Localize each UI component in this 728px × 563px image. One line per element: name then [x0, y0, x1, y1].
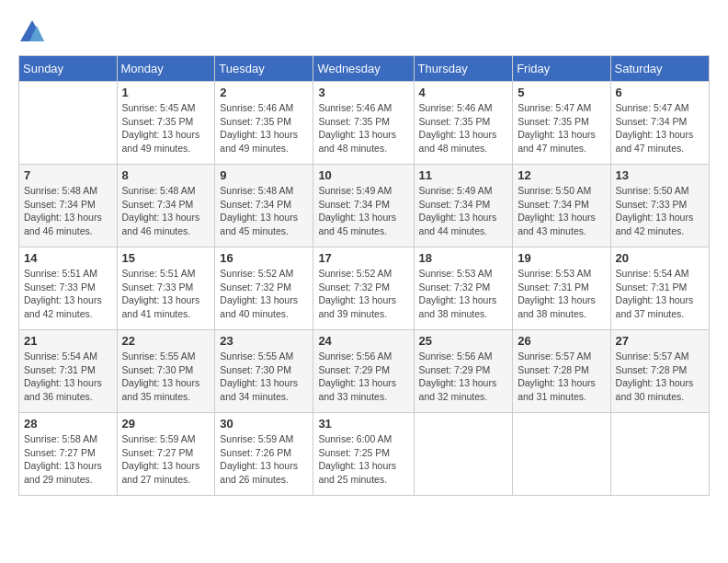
- page-header: [18, 18, 710, 46]
- column-header-thursday: Thursday: [414, 56, 513, 82]
- calendar-cell: 12Sunrise: 5:50 AM Sunset: 7:34 PM Dayli…: [513, 165, 610, 247]
- calendar-cell: 19Sunrise: 5:53 AM Sunset: 7:31 PM Dayli…: [513, 247, 610, 330]
- day-info: Sunrise: 5:49 AM Sunset: 7:34 PM Dayligh…: [419, 184, 508, 238]
- calendar-cell: 26Sunrise: 5:57 AM Sunset: 7:28 PM Dayli…: [513, 330, 610, 413]
- day-number: 1: [122, 86, 210, 99]
- day-info: Sunrise: 6:00 AM Sunset: 7:25 PM Dayligh…: [318, 432, 408, 487]
- calendar-cell: 8Sunrise: 5:48 AM Sunset: 7:34 PM Daylig…: [117, 165, 215, 247]
- calendar-cell: 29Sunrise: 5:59 AM Sunset: 7:27 PM Dayli…: [117, 413, 215, 496]
- calendar-week-row: 14Sunrise: 5:51 AM Sunset: 7:33 PM Dayli…: [19, 247, 710, 330]
- calendar-cell: 11Sunrise: 5:49 AM Sunset: 7:34 PM Dayli…: [414, 165, 513, 247]
- day-number: 10: [318, 168, 408, 182]
- calendar-cell: 1Sunrise: 5:45 AM Sunset: 7:35 PM Daylig…: [117, 82, 215, 165]
- calendar-cell: [513, 413, 610, 496]
- calendar-cell: 20Sunrise: 5:54 AM Sunset: 7:31 PM Dayli…: [610, 247, 709, 330]
- calendar-table: SundayMondayTuesdayWednesdayThursdayFrid…: [18, 55, 710, 496]
- calendar-cell: [19, 82, 118, 165]
- day-number: 11: [419, 168, 508, 182]
- day-number: 19: [518, 251, 605, 265]
- day-number: 14: [24, 251, 112, 265]
- day-info: Sunrise: 5:50 AM Sunset: 7:34 PM Dayligh…: [518, 184, 605, 238]
- day-info: Sunrise: 5:58 AM Sunset: 7:27 PM Dayligh…: [24, 432, 112, 487]
- calendar-cell: 30Sunrise: 5:59 AM Sunset: 7:26 PM Dayli…: [215, 413, 313, 496]
- calendar-week-row: 21Sunrise: 5:54 AM Sunset: 7:31 PM Dayli…: [19, 330, 710, 413]
- calendar-cell: 25Sunrise: 5:56 AM Sunset: 7:29 PM Dayli…: [414, 330, 513, 413]
- calendar-cell: [414, 413, 513, 496]
- day-number: 12: [518, 168, 605, 182]
- day-number: 30: [220, 417, 308, 431]
- day-number: 9: [220, 168, 308, 182]
- calendar-cell: 24Sunrise: 5:56 AM Sunset: 7:29 PM Dayli…: [313, 330, 414, 413]
- day-number: 5: [518, 86, 605, 99]
- column-header-saturday: Saturday: [610, 56, 709, 82]
- day-info: Sunrise: 5:55 AM Sunset: 7:30 PM Dayligh…: [122, 350, 210, 404]
- column-header-sunday: Sunday: [19, 56, 118, 82]
- day-number: 2: [220, 86, 308, 99]
- day-number: 15: [122, 251, 210, 265]
- calendar-cell: [610, 413, 709, 496]
- day-info: Sunrise: 5:52 AM Sunset: 7:32 PM Dayligh…: [220, 267, 308, 321]
- day-number: 3: [318, 86, 408, 99]
- day-info: Sunrise: 5:59 AM Sunset: 7:27 PM Dayligh…: [122, 432, 210, 487]
- day-info: Sunrise: 5:56 AM Sunset: 7:29 PM Dayligh…: [419, 350, 508, 404]
- day-number: 24: [318, 334, 408, 348]
- day-number: 13: [616, 168, 704, 182]
- day-number: 4: [419, 86, 508, 99]
- calendar-cell: 27Sunrise: 5:57 AM Sunset: 7:28 PM Dayli…: [610, 330, 709, 413]
- day-number: 21: [24, 334, 112, 348]
- day-info: Sunrise: 5:47 AM Sunset: 7:34 PM Dayligh…: [616, 101, 704, 155]
- calendar-cell: 13Sunrise: 5:50 AM Sunset: 7:33 PM Dayli…: [610, 165, 709, 247]
- day-info: Sunrise: 5:48 AM Sunset: 7:34 PM Dayligh…: [122, 184, 210, 238]
- calendar-cell: 2Sunrise: 5:46 AM Sunset: 7:35 PM Daylig…: [215, 82, 313, 165]
- day-info: Sunrise: 5:57 AM Sunset: 7:28 PM Dayligh…: [518, 350, 605, 404]
- calendar-cell: 21Sunrise: 5:54 AM Sunset: 7:31 PM Dayli…: [19, 330, 118, 413]
- column-header-monday: Monday: [117, 56, 215, 82]
- day-info: Sunrise: 5:57 AM Sunset: 7:28 PM Dayligh…: [616, 350, 704, 404]
- day-info: Sunrise: 5:59 AM Sunset: 7:26 PM Dayligh…: [220, 432, 308, 487]
- calendar-cell: 5Sunrise: 5:47 AM Sunset: 7:35 PM Daylig…: [513, 82, 610, 165]
- day-info: Sunrise: 5:48 AM Sunset: 7:34 PM Dayligh…: [24, 184, 112, 238]
- calendar-cell: 18Sunrise: 5:53 AM Sunset: 7:32 PM Dayli…: [414, 247, 513, 330]
- column-header-friday: Friday: [513, 56, 610, 82]
- calendar-cell: 4Sunrise: 5:46 AM Sunset: 7:35 PM Daylig…: [414, 82, 513, 165]
- calendar-week-row: 28Sunrise: 5:58 AM Sunset: 7:27 PM Dayli…: [19, 413, 710, 496]
- day-info: Sunrise: 5:46 AM Sunset: 7:35 PM Dayligh…: [419, 101, 508, 155]
- day-number: 25: [419, 334, 508, 348]
- calendar-cell: 14Sunrise: 5:51 AM Sunset: 7:33 PM Dayli…: [19, 247, 118, 330]
- day-info: Sunrise: 5:50 AM Sunset: 7:33 PM Dayligh…: [616, 184, 704, 238]
- day-number: 28: [24, 417, 112, 431]
- day-number: 27: [616, 334, 704, 348]
- day-number: 26: [518, 334, 605, 348]
- logo-icon: [18, 18, 46, 46]
- day-number: 29: [122, 417, 210, 431]
- calendar-week-row: 7Sunrise: 5:48 AM Sunset: 7:34 PM Daylig…: [19, 165, 710, 247]
- day-number: 23: [220, 334, 308, 348]
- logo: [18, 18, 50, 46]
- day-number: 7: [24, 168, 112, 182]
- calendar-cell: 22Sunrise: 5:55 AM Sunset: 7:30 PM Dayli…: [117, 330, 215, 413]
- day-number: 6: [616, 86, 704, 99]
- day-info: Sunrise: 5:51 AM Sunset: 7:33 PM Dayligh…: [122, 267, 210, 321]
- day-info: Sunrise: 5:55 AM Sunset: 7:30 PM Dayligh…: [220, 350, 308, 404]
- calendar-cell: 16Sunrise: 5:52 AM Sunset: 7:32 PM Dayli…: [215, 247, 313, 330]
- calendar-cell: 9Sunrise: 5:48 AM Sunset: 7:34 PM Daylig…: [215, 165, 313, 247]
- day-number: 17: [318, 251, 408, 265]
- column-header-wednesday: Wednesday: [313, 56, 414, 82]
- calendar-cell: 31Sunrise: 6:00 AM Sunset: 7:25 PM Dayli…: [313, 413, 414, 496]
- day-info: Sunrise: 5:51 AM Sunset: 7:33 PM Dayligh…: [24, 267, 112, 321]
- day-info: Sunrise: 5:56 AM Sunset: 7:29 PM Dayligh…: [318, 350, 408, 404]
- day-info: Sunrise: 5:53 AM Sunset: 7:32 PM Dayligh…: [419, 267, 508, 321]
- calendar-cell: 6Sunrise: 5:47 AM Sunset: 7:34 PM Daylig…: [610, 82, 709, 165]
- calendar-cell: 23Sunrise: 5:55 AM Sunset: 7:30 PM Dayli…: [215, 330, 313, 413]
- calendar-week-row: 1Sunrise: 5:45 AM Sunset: 7:35 PM Daylig…: [19, 82, 710, 165]
- day-info: Sunrise: 5:48 AM Sunset: 7:34 PM Dayligh…: [220, 184, 308, 238]
- day-info: Sunrise: 5:54 AM Sunset: 7:31 PM Dayligh…: [24, 350, 112, 404]
- column-header-tuesday: Tuesday: [215, 56, 313, 82]
- day-info: Sunrise: 5:54 AM Sunset: 7:31 PM Dayligh…: [616, 267, 704, 321]
- day-info: Sunrise: 5:45 AM Sunset: 7:35 PM Dayligh…: [122, 101, 210, 155]
- day-number: 22: [122, 334, 210, 348]
- day-info: Sunrise: 5:52 AM Sunset: 7:32 PM Dayligh…: [318, 267, 408, 321]
- calendar-cell: 10Sunrise: 5:49 AM Sunset: 7:34 PM Dayli…: [313, 165, 414, 247]
- day-info: Sunrise: 5:49 AM Sunset: 7:34 PM Dayligh…: [318, 184, 408, 238]
- calendar-header-row: SundayMondayTuesdayWednesdayThursdayFrid…: [19, 56, 710, 82]
